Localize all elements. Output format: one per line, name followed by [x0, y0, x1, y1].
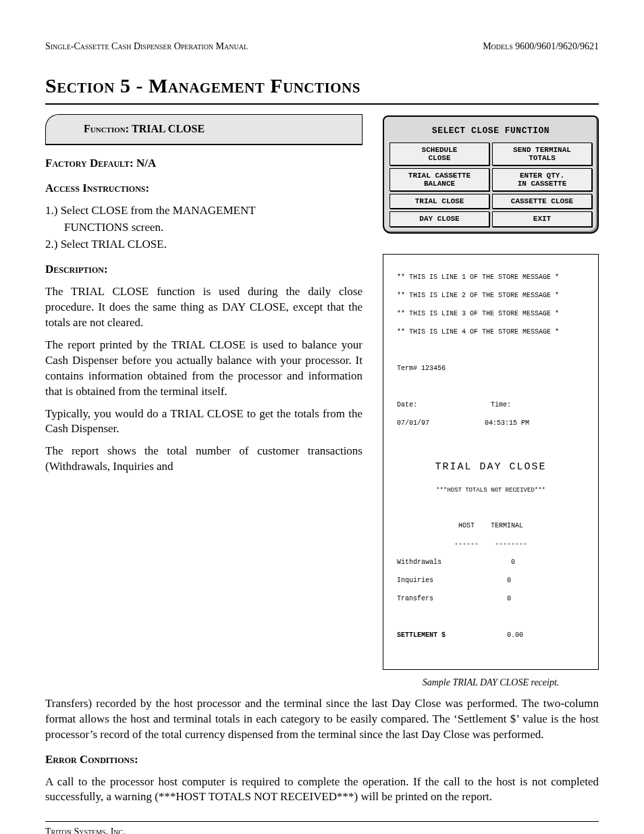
footer-rule: [45, 821, 599, 822]
factory-default-value: N/A: [136, 157, 156, 170]
receipt-date-val: 07/01/97: [397, 419, 429, 428]
receipt-col-terminal: TERMINAL: [491, 522, 523, 529]
running-head-right: Models 9600/9601/9620/9621: [483, 41, 599, 53]
atm-btn-exit[interactable]: EXIT: [492, 211, 592, 226]
atm-btn-schedule-close[interactable]: SCHEDULE CLOSE: [390, 142, 489, 165]
function-name: TRIAL CLOSE: [132, 123, 205, 134]
function-tab: Function: TRIAL CLOSE: [45, 114, 363, 145]
receipt-date-lbl: Date:: [397, 400, 417, 410]
receipt-settlement-val: 0.00: [507, 631, 523, 640]
description-p2: The report printed by the TRIAL CLOSE is…: [45, 338, 363, 400]
running-head-left: Single-Cassette Cash Dispenser Operation…: [45, 41, 248, 53]
description-p4b: Transfers) recorded by the host processo…: [45, 696, 599, 743]
error-conditions-label: Error Conditions:: [45, 752, 599, 768]
receipt-time-lbl: Time:: [491, 400, 511, 410]
receipt-row-inquiries-lbl: Inquiries: [397, 576, 433, 585]
access-step-1a: 1.) Select CLOSE from the MANAGEMENT: [45, 203, 363, 219]
receipt-title: TRIAL DAY CLOSE: [397, 461, 585, 474]
atm-btn-send-terminal-totals[interactable]: SEND TERMINAL TOTALS: [492, 142, 592, 165]
receipt-dash: ------ --------: [397, 540, 585, 549]
access-instructions-label: Access Instructions:: [45, 181, 363, 197]
receipt-caption: Sample TRIAL DAY CLOSE receipt.: [383, 677, 599, 689]
description-p3: Typically, you would do a TRIAL CLOSE to…: [45, 407, 363, 438]
access-step-1b: FUNCTIONS screen.: [64, 220, 363, 236]
atm-btn-enter-qty-in-cassette[interactable]: ENTER QTY. IN CASSETTE: [492, 168, 592, 191]
atm-btn-trial-cassette-balance[interactable]: TRIAL CASSETTE BALANCE: [390, 168, 489, 191]
factory-default-label: Factory Default:: [45, 157, 134, 170]
receipt-not-received: ***HOST TOTALS NOT RECEIVED***: [397, 486, 585, 494]
receipt-msg-3: ** THIS IS LINE 3 OF THE STORE MESSAGE *: [397, 309, 585, 319]
receipt-msg-2: ** THIS IS LINE 2 OF THE STORE MESSAGE *: [397, 291, 585, 301]
receipt-msg-1: ** THIS IS LINE 1 OF THE STORE MESSAGE *: [397, 273, 585, 282]
error-paragraph: A call to the processor host computer is…: [45, 775, 599, 806]
receipt-time-val: 04:53:15 PM: [485, 419, 529, 428]
receipt-row-withdrawals-lbl: Withdrawals: [397, 558, 441, 567]
receipt-col-host: HOST: [458, 522, 475, 529]
receipt-row-inquiries-val: 0: [507, 576, 511, 585]
description-p1: The TRIAL CLOSE function is used during …: [45, 284, 363, 331]
atm-btn-cassette-close[interactable]: CASSETTE CLOSE: [492, 194, 592, 209]
receipt-row-withdrawals-val: 0: [511, 558, 515, 567]
atm-screen-title: SELECT CLOSE FUNCTION: [390, 125, 592, 137]
receipt-term: Term# 123456: [397, 364, 585, 373]
atm-btn-trial-close[interactable]: TRIAL CLOSE: [390, 194, 489, 209]
footer-company: Triton Systems, Inc.: [45, 826, 599, 834]
atm-btn-day-close[interactable]: DAY CLOSE: [390, 211, 489, 226]
access-step-2: 2.) Select TRIAL CLOSE.: [45, 237, 363, 253]
receipt-row-transfers-lbl: Transfers: [397, 594, 433, 604]
rule-under-title: [45, 103, 599, 105]
receipt-settlement-lbl: SETTLEMENT $: [397, 631, 446, 640]
receipt: ** THIS IS LINE 1 OF THE STORE MESSAGE *…: [383, 254, 599, 670]
description-p4a: The report shows the total number of cus…: [45, 444, 363, 475]
receipt-row-transfers-val: 0: [507, 594, 511, 604]
receipt-msg-4: ** THIS IS LINE 4 OF THE STORE MESSAGE *: [397, 328, 585, 337]
description-label: Description:: [45, 262, 363, 278]
atm-screen: SELECT CLOSE FUNCTION SCHEDULE CLOSE SEN…: [383, 115, 599, 233]
function-label: Function:: [84, 123, 129, 134]
section-title: Section 5 - Management Functions: [45, 72, 599, 100]
